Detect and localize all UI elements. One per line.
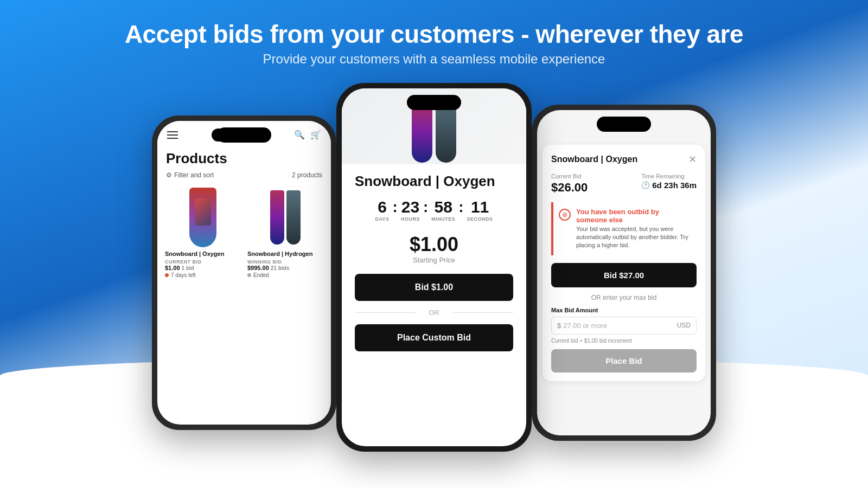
bid-timer: 🕐 6d 23h 36m: [641, 181, 697, 190]
time-remaining-col: Time Remaining 🕐 6d 23h 36m: [641, 173, 697, 195]
bid-next-button[interactable]: Bid $27.00: [551, 263, 697, 287]
or-enter-label: OR enter your max bid: [551, 294, 697, 301]
dynamic-island-left: [217, 127, 271, 143]
product-status-1: 7 days left: [165, 272, 241, 278]
center-product-title: Snowboard | Oxygen: [355, 173, 513, 190]
filter-btn[interactable]: ⚙ Filter and sort: [166, 171, 214, 179]
current-bid-col: Current Bid $26.00: [551, 173, 588, 195]
place-bid-button[interactable]: Place Bid: [551, 349, 697, 373]
outbid-icon: ⊗: [559, 209, 571, 221]
filter-row: ⚙ Filter and sort 2 products: [157, 169, 331, 183]
max-bid-placeholder: 27.00 or more: [563, 322, 676, 330]
products-page-title: Products: [157, 146, 331, 169]
product-img-1: [165, 188, 241, 247]
increment-note: Current bid + $1.00 bid increment: [551, 338, 697, 344]
current-bid-label: Current Bid: [551, 173, 588, 179]
time-remaining-value: 6d 23h 36m: [652, 181, 697, 190]
currency-code: USD: [677, 322, 691, 329]
bid-modal-title: Snowboard | Oxygen: [551, 155, 637, 164]
product-name-1: Snowboard | Oxygen: [165, 251, 241, 257]
center-content: Snowboard | Oxygen 6 DAYS : 23 HOURS : 5…: [342, 164, 526, 360]
bid-modal-header: Snowboard | Oxygen ✕: [551, 153, 697, 165]
cart-icon[interactable]: 🛒: [310, 130, 321, 140]
snowboard-hydrogen-img: [270, 190, 301, 245]
colon-3: :: [457, 198, 464, 216]
phone-center-screen: Snowboard | Oxygen 6 DAYS : 23 HOURS : 5…: [342, 88, 526, 446]
product-status-2: Ended: [247, 272, 323, 278]
bid-info-row: Current Bid $26.00 Time Remaining 🕐 6d 2…: [551, 173, 697, 195]
header-subtitle: Provide your customers with a seamless m…: [0, 52, 868, 67]
outbid-body: Your bid was accepted, but you were auto…: [576, 225, 691, 250]
phone-center: Snowboard | Oxygen 6 DAYS : 23 HOURS : 5…: [336, 83, 532, 452]
countdown-days: 6 DAYS: [375, 199, 389, 222]
starting-price-label: Starting Price: [355, 256, 513, 264]
close-button[interactable]: ✕: [688, 153, 697, 165]
product-bid-label-1: CURRENT BID: [165, 259, 241, 265]
current-bid-value: $26.00: [551, 181, 588, 195]
search-icon[interactable]: 🔍: [294, 130, 305, 140]
time-remaining-label: Time Remaining: [641, 173, 697, 179]
product-img-2: [247, 188, 323, 247]
countdown-minutes: 58 MINUTES: [431, 199, 455, 222]
filter-icon: ⚙: [166, 171, 172, 179]
phone-left: 🔍 🛒 Products ⚙ Filter and sort 2 product…: [152, 115, 336, 430]
dynamic-island-center: [407, 95, 461, 110]
custom-bid-button[interactable]: Place Custom Bid: [355, 324, 513, 351]
ended-dot-icon: [247, 273, 251, 277]
outbid-title: You have been outbid by someone else: [576, 208, 691, 224]
colon-2: :: [422, 198, 429, 216]
products-grid: Snowboard | Oxygen CURRENT BID $1.00 1 b…: [157, 183, 331, 282]
product-bid-value-2: $995.00 21 bids: [247, 265, 323, 271]
max-bid-input-wrapper[interactable]: $ 27.00 or more USD: [551, 317, 697, 335]
product-count: 2 products: [292, 171, 322, 179]
phone-right-screen: Snowboard | Oxygen ✕ Current Bid $26.00 …: [537, 110, 711, 435]
outbid-alert: ⊗ You have been outbid by someone else Y…: [551, 202, 697, 255]
starting-price-value: $1.00: [355, 233, 513, 256]
product-bid-label-2: WINNING BID: [247, 259, 323, 265]
snowboard-oxygen-img: [189, 188, 216, 247]
or-divider: OR: [355, 309, 513, 317]
countdown-seconds: 11 SECONDS: [467, 199, 493, 222]
header-section: Accept bids from your customers - wherev…: [0, 0, 868, 78]
header-title: Accept bids from your customers - wherev…: [0, 21, 868, 48]
countdown-row: 6 DAYS : 23 HOURS : 58 MINUTES :: [355, 198, 513, 222]
max-bid-label: Max Bid Amount: [551, 307, 697, 313]
currency-symbol: $: [557, 322, 561, 330]
product-card-2[interactable]: Snowboard | Hydrogen WINNING BID $995.00…: [247, 188, 323, 278]
phone-right: Snowboard | Oxygen ✕ Current Bid $26.00 …: [532, 105, 716, 441]
product-name-2: Snowboard | Hydrogen: [247, 251, 323, 257]
bid-modal: Snowboard | Oxygen ✕ Current Bid $26.00 …: [542, 145, 705, 381]
phones-container: 🔍 🛒 Products ⚙ Filter and sort 2 product…: [0, 78, 868, 452]
hamburger-icon[interactable]: [167, 131, 178, 139]
left-status-right: 🔍 🛒: [294, 130, 321, 140]
clock-icon: 🕐: [641, 181, 650, 189]
active-dot-icon: [165, 273, 169, 277]
filter-label: Filter and sort: [174, 171, 214, 179]
outbid-text: You have been outbid by someone else You…: [576, 208, 691, 250]
phone-left-screen: 🔍 🛒 Products ⚙ Filter and sort 2 product…: [157, 121, 331, 425]
dynamic-island-right: [597, 117, 651, 132]
product-bid-value-1: $1.00 1 bid: [165, 265, 241, 271]
countdown-hours: 23 HOURS: [401, 199, 420, 222]
product-card-1[interactable]: Snowboard | Oxygen CURRENT BID $1.00 1 b…: [165, 188, 241, 278]
colon-1: :: [392, 198, 399, 216]
bid-primary-button[interactable]: Bid $1.00: [355, 274, 513, 301]
